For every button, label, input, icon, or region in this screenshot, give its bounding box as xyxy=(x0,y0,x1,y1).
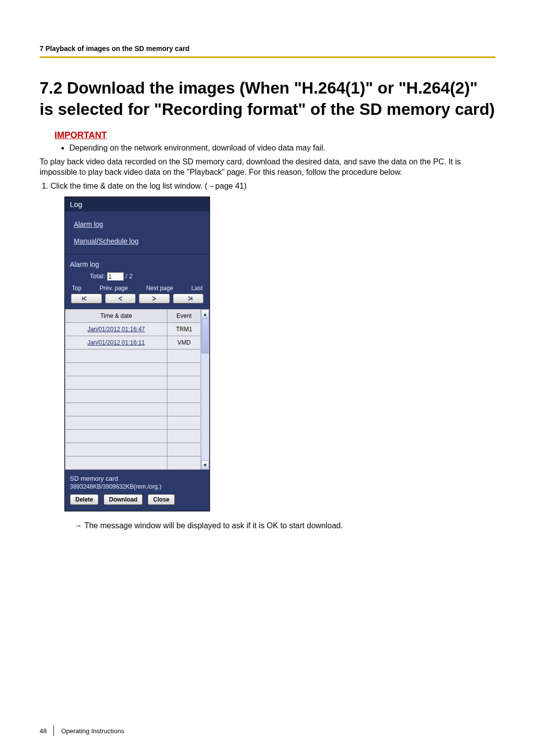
log-total-row: Total: / 2 xyxy=(70,271,205,285)
pager-top-button[interactable] xyxy=(71,294,102,303)
alarm-log-link[interactable]: Alarm log xyxy=(74,220,201,228)
footer-doc-title: Operating Instructions xyxy=(61,727,124,735)
chapter-header: 7 Playback of images on the SD memory ca… xyxy=(40,45,495,58)
scroll-thumb[interactable] xyxy=(202,318,209,353)
log-nav-title: Alarm log xyxy=(70,259,205,271)
pager-prev-button[interactable] xyxy=(105,294,136,303)
log-nav: Alarm log Total: / 2 Top Prev. page Next… xyxy=(65,254,210,309)
pager-label-top: Top xyxy=(72,285,81,292)
table-row xyxy=(65,403,210,416)
table-row xyxy=(65,363,210,376)
table-row xyxy=(65,350,210,363)
log-panel-title: Log xyxy=(65,197,210,211)
log-time-link[interactable]: Jan/01/2012 01:16:47 xyxy=(87,326,145,333)
page-current-input[interactable] xyxy=(107,272,124,281)
pager-label-last: Last xyxy=(191,285,203,292)
total-label: Total: xyxy=(90,272,105,280)
table-row xyxy=(65,443,210,456)
sd-footer: SD memory card 3893248KB/3909632KB(rem./… xyxy=(65,470,210,511)
intro-paragraph: To play back video data recorded on the … xyxy=(40,156,495,178)
log-panel: Log Alarm log Manual/Schedule log Alarm … xyxy=(64,197,210,511)
table-row xyxy=(65,376,210,390)
pager-next-button[interactable] xyxy=(139,294,170,303)
scroll-up-icon[interactable]: ▲ xyxy=(201,309,209,318)
arrow-icon: → xyxy=(74,521,82,530)
sd-title: SD memory card xyxy=(70,475,205,482)
table-row: Jan/01/2012 01:16:47 TRM1 xyxy=(65,323,210,336)
chevron-left-icon xyxy=(116,296,125,302)
page-footer: 48 Operating Instructions xyxy=(40,725,124,736)
page-total: / 2 xyxy=(125,272,132,280)
table-row xyxy=(65,390,210,403)
last-page-icon xyxy=(184,296,193,302)
section-heading: 7.2 Download the images (When "H.264(1)"… xyxy=(40,78,495,120)
scrollbar[interactable]: ▲ ▼ xyxy=(201,309,210,470)
log-type-links: Alarm log Manual/Schedule log xyxy=(65,211,210,254)
log-event-cell: VMD xyxy=(167,336,201,350)
first-page-icon xyxy=(82,296,91,302)
step-1-text: Click the time & date on the log list wi… xyxy=(51,182,247,190)
log-event-cell: TRM1 xyxy=(167,323,201,336)
log-table: Time & date Event ▲ ▼ Jan/01/2012 01:16:… xyxy=(65,309,210,470)
pager-label-prev: Prev. page xyxy=(100,285,128,292)
step-result: → The message window will be displayed t… xyxy=(74,521,495,530)
scroll-down-icon[interactable]: ▼ xyxy=(201,460,209,469)
sd-size: 3893248KB/3909632KB(rem./org.) xyxy=(70,483,205,490)
table-row: Jan/01/2012 01:16:11 VMD xyxy=(65,336,210,350)
table-row xyxy=(65,430,210,443)
step-1: Click the time & date on the log list wi… xyxy=(51,182,495,191)
download-button[interactable]: Download xyxy=(104,494,143,505)
col-event-header: Event xyxy=(167,309,201,323)
footer-divider xyxy=(54,725,54,736)
table-row xyxy=(65,456,210,470)
manual-schedule-log-link[interactable]: Manual/Schedule log xyxy=(74,237,201,245)
scroll-track[interactable] xyxy=(201,318,209,461)
delete-button[interactable]: Delete xyxy=(70,494,99,505)
page-number: 48 xyxy=(40,727,47,735)
pager-label-next: Next page xyxy=(146,285,173,292)
close-button[interactable]: Close xyxy=(148,494,175,505)
pager-last-button[interactable] xyxy=(173,294,204,303)
important-label: IMPORTANT xyxy=(54,130,495,141)
col-time-header: Time & date xyxy=(65,309,167,323)
log-table-wrap: Time & date Event ▲ ▼ Jan/01/2012 01:16:… xyxy=(65,309,210,470)
table-row xyxy=(65,416,210,430)
result-text: The message window will be displayed to … xyxy=(84,521,343,530)
chevron-right-icon xyxy=(150,296,159,302)
important-note: Depending on the network environment, do… xyxy=(69,144,495,152)
log-time-link[interactable]: Jan/01/2012 01:16:11 xyxy=(87,339,145,346)
